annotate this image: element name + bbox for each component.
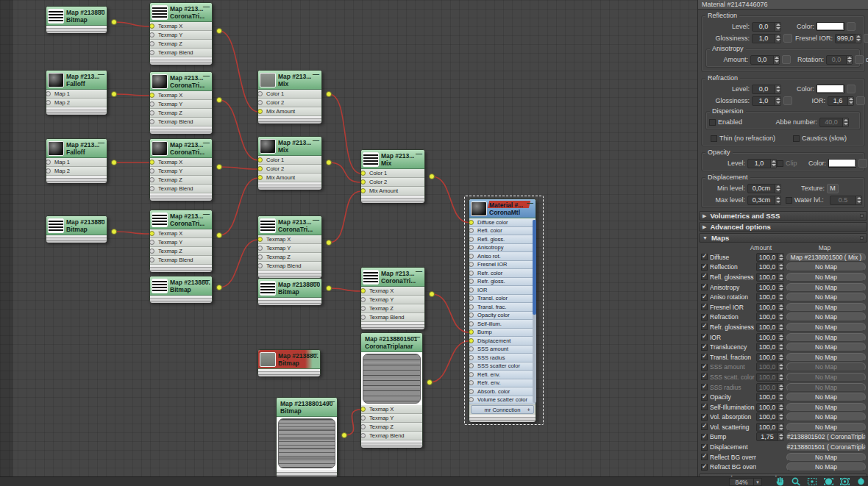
input-socket[interactable] xyxy=(258,175,263,180)
graph-node-bitmap[interactable]: Map #213880...Bitmap— xyxy=(149,276,213,302)
node-slot-texmap-blend[interactable]: Texmap Blend xyxy=(150,118,212,126)
graph-node-coronatri-[interactable]: Map #213...CoronaTri...—Texmap XTexmap Y… xyxy=(149,71,213,133)
node-slot-map-1[interactable]: Map 1 xyxy=(46,158,107,167)
input-socket[interactable] xyxy=(361,297,366,302)
map-button[interactable]: No Map xyxy=(786,412,866,421)
input-socket[interactable] xyxy=(258,237,263,242)
node-header[interactable]: Map #213...Falloff— xyxy=(46,71,107,90)
node-header[interactable]: Map #2138800...Bitmap— xyxy=(258,279,321,298)
input-socket[interactable] xyxy=(150,186,154,191)
node-slot-texmap-y[interactable]: Texmap Y xyxy=(150,31,212,40)
zoom-region-icon[interactable] xyxy=(807,477,818,486)
graph-node-mix[interactable]: Map #213...Mix—Color 1Color 2Mix Amount xyxy=(257,70,322,123)
rollout-volumetrics[interactable]: ▶ Volumetrics and SSS xyxy=(699,211,867,221)
input-socket[interactable] xyxy=(361,424,366,429)
node-header[interactable]: Map #2138801501CoronaTriplanar— xyxy=(361,333,422,352)
map-enable-checkbox[interactable] xyxy=(701,264,708,271)
zoom-level-value[interactable]: 84% xyxy=(729,478,754,486)
node-header[interactable]: Map #213880...Bitmap— xyxy=(46,216,107,235)
node-slot-texmap-z[interactable]: Texmap Z xyxy=(361,423,422,432)
map-button[interactable]: No Map xyxy=(786,262,866,271)
node-slot-map-2[interactable]: Map 2 xyxy=(46,167,107,176)
map-button[interactable]: No Map xyxy=(786,293,866,301)
node-slot-color-2[interactable]: Color 2 xyxy=(258,99,321,107)
node-collapse-button[interactable]: — xyxy=(416,150,422,157)
input-socket[interactable] xyxy=(46,160,51,165)
node-header[interactable]: Map #213...Falloff— xyxy=(46,139,107,158)
input-socket[interactable] xyxy=(150,257,154,262)
node-slot-texmap-z[interactable]: Texmap Z xyxy=(361,304,424,313)
map-amount-spinner[interactable]: 100,0 xyxy=(756,333,784,342)
checkbox[interactable]: Thin (no refraction) xyxy=(711,135,793,142)
input-socket[interactable] xyxy=(46,100,51,105)
map-enable-checkbox[interactable] xyxy=(701,464,708,471)
node-slot-texmap-z[interactable]: Texmap Z xyxy=(150,176,212,185)
map-button[interactable]: No Map xyxy=(786,362,866,371)
spinner-field[interactable]: 1,0 xyxy=(747,159,777,168)
map-amount-spinner[interactable]: 100,0 xyxy=(756,362,784,371)
pan-hand-icon[interactable] xyxy=(775,477,786,486)
node-slot-texmap-y[interactable]: Texmap Y xyxy=(258,244,321,253)
input-socket[interactable] xyxy=(150,240,154,245)
input-socket[interactable] xyxy=(46,91,51,96)
zoom-extents-icon[interactable] xyxy=(823,477,834,486)
map-enable-checkbox[interactable] xyxy=(701,304,708,310)
map-enable-checkbox[interactable] xyxy=(701,324,708,330)
input-socket[interactable] xyxy=(361,433,366,438)
zoom-magnifier-icon[interactable] xyxy=(791,477,802,486)
map-shortcut-button[interactable] xyxy=(847,85,855,93)
map-amount-spinner[interactable]: 100,0 xyxy=(756,343,784,351)
node-slot-texmap-x[interactable]: Texmap X xyxy=(361,405,422,414)
graph-node-bitmap[interactable]: Map #213880...Bitmap— xyxy=(46,6,107,32)
node-slot-texmap-y[interactable]: Texmap Y xyxy=(150,167,212,176)
checkbox[interactable]: Enabled xyxy=(709,118,766,126)
checkbox[interactable]: Clip xyxy=(777,160,803,167)
input-socket[interactable] xyxy=(258,157,263,162)
input-socket[interactable] xyxy=(258,166,263,171)
map-amount-spinner[interactable]: 100,0 xyxy=(756,323,784,332)
input-socket[interactable] xyxy=(150,93,154,98)
rollout-maps[interactable]: ▼ Maps xyxy=(699,233,867,243)
map-button[interactable]: No Map xyxy=(786,373,866,382)
node-header[interactable]: Map #213...Mix— xyxy=(258,71,321,90)
node-slot-texmap-y[interactable]: Texmap Y xyxy=(361,414,422,423)
node-header[interactable]: Map #213...CoronaTri...— xyxy=(150,3,212,22)
map-amount-spinner[interactable]: 100,0 xyxy=(756,273,784,282)
node-slot-texmap-y[interactable]: Texmap Y xyxy=(361,296,424,304)
map-amount-spinner[interactable]: 100,0 xyxy=(756,353,784,362)
color-swatch[interactable] xyxy=(828,159,856,168)
map-amount-spinner[interactable]: 100,0 xyxy=(756,253,784,262)
pan-to-selected-icon[interactable] xyxy=(855,477,867,486)
input-socket[interactable] xyxy=(258,263,263,268)
node-wire[interactable] xyxy=(114,232,150,234)
spinner-field[interactable]: 1,0 xyxy=(752,34,781,43)
map-amount-spinner[interactable]: 100,0 xyxy=(756,283,784,292)
node-header[interactable]: Map #213...CoronaTri...— xyxy=(361,268,424,287)
node-slot-texmap-y[interactable]: Texmap Y xyxy=(150,238,212,247)
node-slot-color-2[interactable]: Color 2 xyxy=(258,165,321,174)
map-button[interactable]: No Map xyxy=(786,423,866,432)
map-enable-checkbox[interactable] xyxy=(701,414,708,421)
node-header[interactable]: Map #213...CoronaTri...— xyxy=(150,72,212,91)
map-amount-spinner[interactable]: 100,0 xyxy=(756,393,784,401)
spinner-field[interactable]: 0,0cm xyxy=(747,184,781,193)
input-socket[interactable] xyxy=(150,50,154,55)
map-enable-checkbox[interactable] xyxy=(701,274,708,280)
map-amount-spinner[interactable]: 100,0 xyxy=(756,383,784,392)
node-wire[interactable] xyxy=(344,410,361,435)
input-socket[interactable] xyxy=(150,24,154,29)
node-wire[interactable] xyxy=(219,167,258,169)
input-socket[interactable] xyxy=(150,160,154,165)
map-button[interactable]: No Map xyxy=(786,383,866,392)
map-enable-checkbox[interactable] xyxy=(701,384,708,390)
node-header[interactable]: Map #213...Mix— xyxy=(258,137,321,156)
map-amount-spinner[interactable]: 100,0 xyxy=(756,423,784,432)
input-socket[interactable] xyxy=(361,171,366,176)
spinner-field[interactable]: 0,0 xyxy=(752,85,781,94)
map-enable-checkbox[interactable] xyxy=(701,314,708,321)
node-wire[interactable] xyxy=(430,341,469,382)
map-amount-spinner[interactable]: 100,0 xyxy=(756,373,784,382)
node-slot-texmap-y[interactable]: Texmap Y xyxy=(150,100,212,109)
node-header[interactable]: Map #213880...Bitmap— xyxy=(150,276,212,296)
node-slot-texmap-x[interactable]: Texmap X xyxy=(258,235,321,244)
